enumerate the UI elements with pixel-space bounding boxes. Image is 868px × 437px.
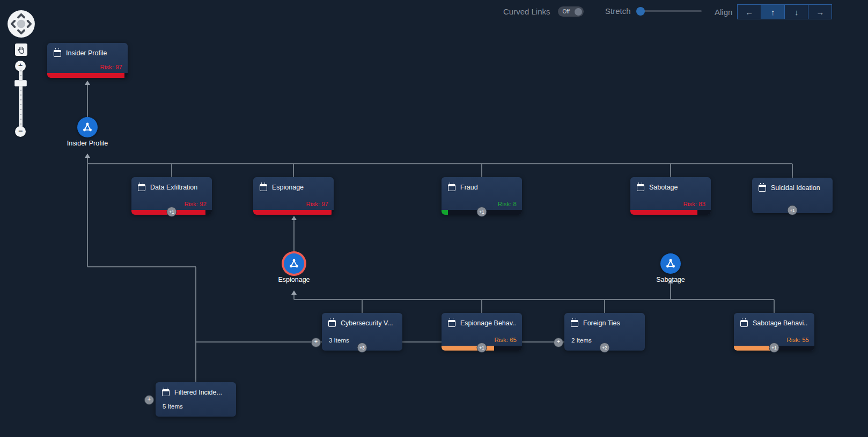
sabotage-card[interactable]: SabotageRisk: 83 — [630, 177, 711, 215]
card-header: Fraud — [442, 177, 522, 191]
align-control: Align ←↑↓→ — [715, 4, 832, 19]
count-badge[interactable]: +2 — [600, 343, 610, 353]
card-title: Suicidal Ideation — [771, 184, 820, 192]
align-right-button[interactable]: → — [808, 4, 832, 19]
count-badge[interactable]: +3 — [357, 343, 367, 353]
card-header: Suicidal Ideation — [752, 178, 833, 192]
insider-profile-card[interactable]: Insider ProfileRisk: 97 — [47, 43, 128, 78]
zoom-out-button[interactable]: − — [15, 126, 26, 137]
link-line — [481, 164, 482, 178]
risk-bar — [47, 73, 128, 78]
link-line — [87, 266, 196, 267]
calendar-icon — [448, 184, 455, 191]
curved-links-toggle-state: Off — [563, 9, 570, 14]
calendar-icon — [448, 320, 455, 327]
risk-label: Risk: 8 — [498, 201, 517, 207]
combo-network-icon — [665, 258, 676, 270]
pan-wheel[interactable] — [7, 10, 35, 40]
calendar-icon — [571, 320, 578, 327]
link-line — [481, 300, 482, 314]
card-title: Cybersecurity V... — [341, 319, 393, 327]
calendar-icon — [54, 50, 61, 57]
align-down-button[interactable]: ↓ — [784, 4, 808, 19]
items-count-label: 5 Items — [163, 403, 183, 410]
risk-label: Risk: 97 — [306, 201, 328, 207]
count-badge[interactable]: +1 — [477, 207, 487, 217]
combo-network-icon — [82, 121, 93, 133]
arrow-left-icon: ← — [745, 8, 753, 17]
curved-links-control: Curved Links Off — [503, 6, 584, 17]
curved-links-toggle[interactable]: Off — [558, 6, 584, 17]
arrow-right-icon: → — [816, 8, 824, 17]
align-button-group: ←↑↓→ — [738, 4, 832, 19]
count-badge[interactable]: +1 — [788, 205, 798, 215]
card-header: Filtered Incide... — [156, 382, 236, 396]
combo-network-icon — [288, 258, 300, 270]
insider-profile-combo-node[interactable] — [77, 117, 98, 137]
espionage-card[interactable]: EspionageRisk: 97 — [253, 177, 334, 215]
card-header: Espionage Behav... — [442, 313, 522, 327]
graph-viewport[interactable]: Insider ProfileRisk: 97Data Exfiltration… — [0, 0, 868, 437]
link-line — [171, 164, 172, 178]
count-badge[interactable]: +1 — [167, 207, 177, 217]
count-badge[interactable]: +1 — [769, 343, 779, 353]
items-count-label: 2 Items — [571, 337, 592, 344]
risk-label: Risk: 55 — [786, 337, 809, 343]
link-line — [774, 300, 775, 314]
card-title: Data Exfiltration — [150, 184, 197, 191]
risk-bar-fill — [253, 210, 332, 215]
expand-plus-button[interactable]: + — [311, 338, 321, 347]
hand-tool-button[interactable] — [15, 43, 27, 56]
foreign-ties-card[interactable]: Foreign Ties2 Items+2 — [564, 313, 645, 351]
card-header: Sabotage — [630, 177, 711, 191]
espionage-combo-node[interactable] — [284, 253, 304, 274]
zoom-slider-track[interactable] — [19, 66, 23, 132]
stretch-label: Stretch — [605, 6, 631, 16]
count-badge[interactable]: +1 — [477, 343, 487, 353]
link-line — [604, 300, 605, 314]
calendar-icon — [637, 184, 644, 191]
calendar-icon — [759, 185, 766, 192]
graph-canvas[interactable]: { "toolbar": { "curved_links": {"label":… — [0, 0, 868, 437]
calendar-icon — [740, 320, 748, 327]
data-exfiltration-card[interactable]: Data ExfiltrationRisk: 92+1 — [131, 177, 212, 215]
card-title: Filtered Incide... — [174, 389, 222, 396]
align-up-button[interactable]: ↑ — [761, 4, 785, 19]
align-left-button[interactable]: ← — [737, 4, 761, 19]
card-title: Sabotage Behavi... — [753, 319, 808, 327]
link-arrowhead — [85, 154, 90, 158]
espionage-behav-card[interactable]: Espionage Behav...Risk: 65+1 — [442, 313, 522, 351]
curved-links-label: Curved Links — [503, 7, 550, 16]
calendar-icon — [162, 389, 170, 396]
cybersecurity-v-card[interactable]: Cybersecurity V...3 Items+3 — [322, 313, 402, 351]
card-header: Cybersecurity V... — [322, 313, 402, 327]
card-header: Espionage — [253, 177, 334, 191]
expand-plus-button[interactable]: + — [554, 338, 563, 347]
sabotage-combo-node[interactable] — [660, 253, 681, 274]
zoom-slider-handle[interactable] — [14, 80, 27, 86]
fraud-card[interactable]: FraudRisk: 8+1 — [442, 177, 522, 215]
sabotage-behavi-card[interactable]: Sabotage Behavi...Risk: 55+1 — [734, 313, 814, 351]
toggle-knob — [575, 8, 582, 16]
stretch-slider[interactable] — [638, 10, 702, 12]
stretch-control: Stretch — [605, 6, 702, 16]
arrow-up-icon: ↑ — [771, 8, 775, 17]
link-line — [670, 164, 671, 178]
card-header: Sabotage Behavi... — [734, 313, 814, 327]
risk-label: Risk: 65 — [494, 337, 517, 343]
card-header: Insider Profile — [47, 43, 128, 57]
calendar-icon — [260, 184, 267, 191]
risk-bar — [630, 210, 711, 215]
espionage-combo-label: Espionage — [254, 276, 334, 283]
card-title: Insider Profile — [66, 49, 107, 57]
stretch-slider-thumb[interactable] — [636, 7, 645, 16]
expand-plus-button[interactable]: + — [144, 395, 154, 405]
suicidal-ideation-card[interactable]: Suicidal Ideation+1 — [752, 178, 833, 213]
link-line — [87, 163, 792, 164]
insider-profile-combo-label: Insider Profile — [47, 140, 128, 147]
link-line — [792, 164, 793, 178]
link-line — [293, 216, 295, 251]
sabotage-combo-label: Sabotage — [630, 276, 711, 283]
card-title: Espionage — [272, 184, 304, 191]
filtered-incide-card[interactable]: Filtered Incide...5 Items — [156, 382, 236, 417]
